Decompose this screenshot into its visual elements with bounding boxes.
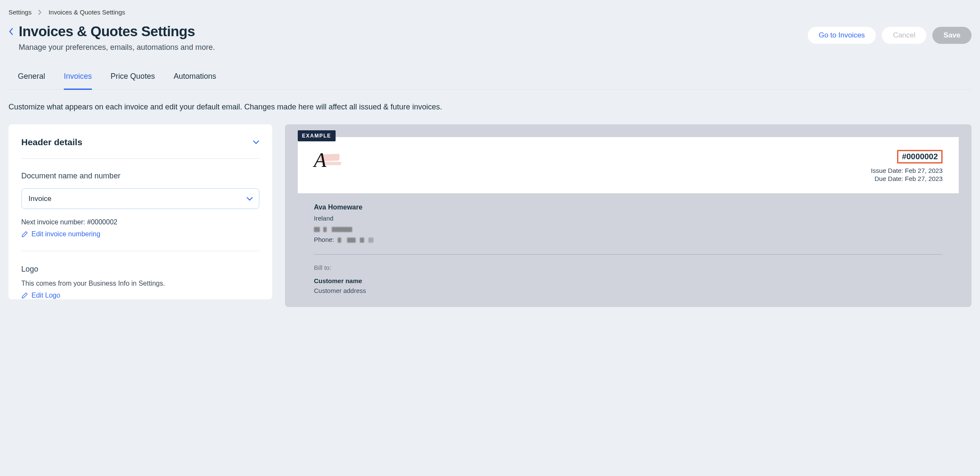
tab-price-quotes[interactable]: Price Quotes: [111, 72, 155, 90]
customer-address: Customer address: [314, 287, 943, 294]
edit-invoice-numbering-label: Edit invoice numbering: [31, 230, 100, 238]
go-to-invoices-button[interactable]: Go to Invoices: [808, 27, 876, 44]
tabs: General Invoices Price Quotes Automation…: [9, 72, 971, 90]
pencil-icon: [21, 292, 28, 299]
document-name-select[interactable]: Invoice: [21, 188, 259, 209]
collapse-toggle[interactable]: [253, 138, 259, 146]
bill-to-label: Bill to:: [314, 264, 943, 271]
edit-logo-link[interactable]: Edit Logo: [21, 292, 259, 299]
customer-name: Customer name: [314, 277, 943, 284]
tab-automations[interactable]: Automations: [174, 72, 216, 90]
tab-invoices[interactable]: Invoices: [64, 72, 92, 90]
business-phone: Phone:: [314, 236, 943, 243]
page-title: Invoices & Quotes Settings: [19, 23, 215, 40]
edit-logo-label: Edit Logo: [31, 292, 60, 299]
logo-letter: A: [314, 149, 326, 171]
edit-invoice-numbering-link[interactable]: Edit invoice numbering: [21, 230, 259, 238]
invoice-preview-card: A #0000002 Issue Date: Feb 27, 2023 Due …: [298, 137, 959, 294]
breadcrumb-root[interactable]: Settings: [9, 9, 31, 16]
save-button[interactable]: Save: [932, 27, 971, 44]
invoice-preview-panel: EXAMPLE A #0000002 Issue Date: Feb 27, 2…: [285, 124, 971, 307]
breadcrumb-current: Invoices & Quotes Settings: [48, 9, 125, 16]
header-details-title: Header details: [21, 137, 83, 147]
cancel-button[interactable]: Cancel: [882, 27, 926, 44]
business-email: [314, 225, 943, 232]
business-country: Ireland: [314, 215, 943, 222]
due-date: Due Date: Feb 27, 2023: [871, 175, 943, 182]
chevron-right-icon: [38, 10, 42, 15]
page-subtitle: Manage your preferences, emails, automat…: [19, 43, 215, 52]
doc-name-label: Document name and number: [21, 172, 259, 181]
logo-section-title: Logo: [21, 265, 259, 274]
header-details-card: Header details Document name and number …: [9, 124, 272, 299]
business-name: Ava Homeware: [314, 204, 943, 211]
divider: [314, 254, 943, 255]
example-badge: EXAMPLE: [298, 130, 336, 141]
next-invoice-number: Next invoice number: #0000002: [21, 218, 259, 226]
chevron-down-icon: [253, 140, 259, 144]
tab-description: Customize what appears on each invoice a…: [9, 103, 971, 112]
issue-date: Issue Date: Feb 27, 2023: [871, 167, 943, 174]
back-arrow-icon[interactable]: [9, 28, 14, 37]
invoice-number-highlight: #0000002: [897, 150, 943, 163]
pencil-icon: [21, 231, 28, 238]
business-logo: A: [314, 150, 344, 170]
tab-general[interactable]: General: [18, 72, 45, 90]
divider: [21, 251, 259, 251]
logo-help-text: This comes from your Business Info in Se…: [21, 280, 259, 287]
breadcrumb: Settings Invoices & Quotes Settings: [9, 9, 971, 16]
